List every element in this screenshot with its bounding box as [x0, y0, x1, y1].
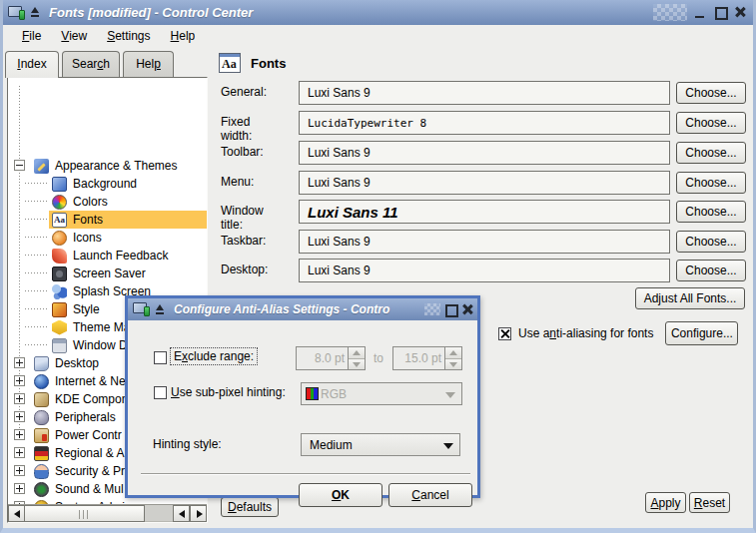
- spin-down-icon[interactable]: [445, 359, 461, 370]
- dialog-close-button[interactable]: [460, 302, 474, 316]
- exclude-range-checkbox[interactable]: [154, 351, 167, 364]
- choose-menu-button[interactable]: Choose...: [676, 172, 746, 194]
- anti-aliasing-label: Use anti-aliasing for fonts: [518, 326, 653, 340]
- background-icon: [52, 177, 67, 192]
- anti-aliasing-row: Use anti-aliasing for fonts Configure...: [498, 320, 738, 346]
- tree-branch-icon: [25, 255, 49, 256]
- expand-icon[interactable]: [14, 393, 25, 404]
- choose-desktop-button[interactable]: Choose...: [676, 260, 746, 281]
- expand-icon[interactable]: [14, 429, 25, 440]
- close-button[interactable]: [733, 5, 748, 20]
- expand-icon[interactable]: [14, 447, 25, 458]
- menu-file[interactable]: File: [12, 27, 51, 46]
- sidebar-item-fonts[interactable]: Fonts: [8, 211, 207, 229]
- colors-icon: [52, 195, 67, 210]
- tree-branch-icon: [25, 219, 49, 220]
- tree-branch-icon: [25, 344, 49, 345]
- cancel-button[interactable]: Cancel: [388, 483, 472, 507]
- expand-icon[interactable]: [14, 465, 25, 476]
- shade-button-icon[interactable]: [154, 303, 167, 316]
- scroll-left-button[interactable]: [8, 505, 25, 522]
- scrollbar-track[interactable]: [145, 505, 173, 522]
- tab-help[interactable]: Help: [123, 51, 174, 77]
- reset-button[interactable]: Reset: [689, 492, 730, 513]
- choose-fixed-width-button[interactable]: Choose...: [676, 112, 746, 134]
- spinner-buttons[interactable]: [444, 347, 461, 369]
- menu-view[interactable]: View: [51, 27, 97, 46]
- scrollbar-thumb[interactable]: [25, 505, 145, 522]
- fixed-width-font-preview: LucidaTypewriter 8: [299, 111, 670, 135]
- scroll-left-button[interactable]: [173, 505, 190, 522]
- apply-button[interactable]: Apply: [645, 492, 686, 513]
- sidebar-item-background[interactable]: Background: [8, 175, 207, 193]
- anti-alias-settings-dialog: Configure Anti-Alias Settings - Contro E…: [125, 295, 480, 498]
- sidebar-item-screen-saver[interactable]: Screen Saver: [8, 265, 207, 282]
- anti-aliasing-checkbox[interactable]: [498, 327, 511, 340]
- expand-icon[interactable]: [14, 411, 25, 422]
- sidebar-item-icons[interactable]: Icons: [8, 229, 207, 247]
- choose-taskbar-button[interactable]: Choose...: [676, 231, 746, 253]
- exclude-from-spinbox[interactable]: 8.0 pt: [296, 346, 366, 370]
- subpixel-hinting-checkbox[interactable]: [154, 386, 167, 399]
- sidebar-item-appearance-themes[interactable]: Appearance & Themes: [8, 157, 207, 175]
- dialog-titlebar[interactable]: Configure Anti-Alias Settings - Contro: [128, 298, 477, 320]
- defaults-button[interactable]: Defaults: [221, 497, 279, 517]
- tab-index[interactable]: Index: [5, 51, 59, 78]
- menu-settings[interactable]: Settings: [97, 27, 160, 46]
- taskbar-font-preview: Luxi Sans 9: [299, 230, 670, 254]
- choose-toolbar-button[interactable]: Choose...: [676, 142, 746, 164]
- tree-branch-icon: [25, 237, 49, 238]
- rgb-stripes-icon: [306, 387, 319, 400]
- battery-icon: [34, 428, 49, 443]
- spin-up-icon[interactable]: [349, 347, 365, 359]
- spin-down-icon[interactable]: [349, 359, 365, 370]
- chevron-down-icon: [445, 392, 455, 398]
- tree-branch-icon: [25, 201, 49, 202]
- maximize-button[interactable]: [713, 5, 728, 20]
- mouse-icon: [34, 410, 49, 425]
- hinting-style-label: Hinting style:: [153, 437, 222, 451]
- subpixel-type-dropdown[interactable]: RGB: [301, 382, 462, 405]
- module-title: Fonts: [251, 56, 286, 71]
- scroll-right-button[interactable]: [190, 505, 207, 522]
- expand-icon[interactable]: [14, 483, 25, 494]
- configure-button[interactable]: Configure...: [665, 321, 738, 345]
- dialog-separator: [141, 473, 470, 475]
- hinting-style-dropdown[interactable]: Medium: [301, 433, 460, 456]
- fonts-icon: [52, 213, 67, 228]
- window-titlebar[interactable]: Fonts [modified] - Control Center: [3, 0, 753, 25]
- adjust-all-fonts-button[interactable]: Adjust All Fonts...: [635, 287, 745, 309]
- tab-search[interactable]: Search: [62, 51, 120, 77]
- exclude-to-spinbox[interactable]: 15.0 pt: [392, 346, 462, 370]
- kde-components-icon: [34, 392, 49, 407]
- choose-window-title-button[interactable]: Choose...: [676, 201, 746, 223]
- minimize-button[interactable]: [693, 5, 708, 20]
- horizontal-scrollbar[interactable]: [8, 504, 207, 522]
- ok-button[interactable]: OK: [299, 483, 382, 507]
- sidebar-item-launch-feedback[interactable]: Launch Feedback: [8, 247, 207, 265]
- desktop-icon: [34, 356, 49, 371]
- spin-up-icon[interactable]: [445, 347, 461, 359]
- sidebar-item-colors[interactable]: Colors: [8, 193, 207, 211]
- tree-branch-icon: [25, 308, 49, 309]
- flag-icon: [34, 446, 49, 461]
- collapse-icon[interactable]: [14, 160, 25, 171]
- expand-icon[interactable]: [14, 375, 25, 386]
- dialog-maximize-button[interactable]: [443, 302, 457, 316]
- tree-branch-icon: [25, 272, 49, 273]
- shade-button-icon[interactable]: [29, 6, 42, 19]
- window-title-font-preview: Luxi Sans 11: [299, 200, 670, 224]
- theme-icon: [52, 320, 67, 335]
- menu-help[interactable]: Help: [161, 27, 206, 46]
- expand-icon[interactable]: [14, 357, 25, 368]
- chevron-down-icon: [443, 443, 453, 449]
- titlebar-grip-pattern: [653, 4, 687, 21]
- spinner-buttons[interactable]: [348, 347, 365, 369]
- general-font-preview: Luxi Sans 9: [299, 81, 670, 105]
- dialog-title: Configure Anti-Alias Settings - Contro: [174, 302, 424, 316]
- tree-branch-icon: [25, 326, 49, 327]
- user-icon: [34, 464, 49, 479]
- toolbar-font-preview: Luxi Sans 9: [299, 141, 670, 165]
- choose-general-button[interactable]: Choose...: [676, 82, 746, 104]
- app-icon: [8, 6, 25, 20]
